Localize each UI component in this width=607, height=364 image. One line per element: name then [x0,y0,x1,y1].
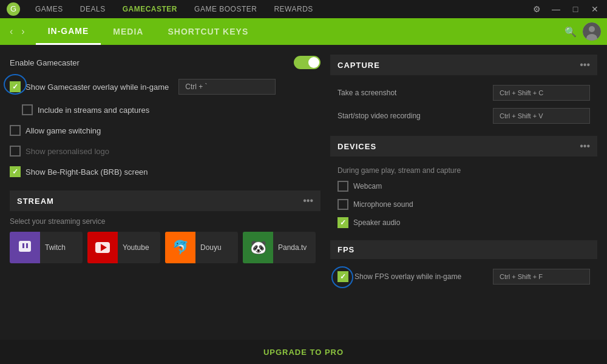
show-brb-label: Show Be-Right-Back (BRB) screen [25,167,148,177]
allow-switching-row: Allow game switching [10,124,320,137]
douyu-label: Douyu [200,243,222,252]
close-icon[interactable]: ✕ [588,2,602,16]
window-controls: ⚙ — □ ✕ [529,2,602,16]
allow-switching-checkbox[interactable] [10,125,21,136]
nav-forward[interactable]: › [18,24,28,39]
twitch-icon [10,232,40,263]
fps-title: FPS [337,245,354,254]
search-icon[interactable]: 🔍 [565,26,577,38]
upgrade-link[interactable]: UPGRADE TO PRO [263,348,344,357]
speaker-row-inner: Speaker audio [337,217,400,228]
main-content: Enable Gamecaster Show Gamecaster overla… [0,45,607,340]
show-logo-row: Show personalised logo [10,144,320,158]
speaker-checkbox[interactable] [337,217,348,228]
nav-back[interactable]: ‹ [6,24,16,39]
tab-media[interactable]: MEDIA [101,18,155,45]
enable-gamecaster-row: Enable Gamecaster [10,55,320,70]
youtube-icon [87,232,118,263]
settings-icon[interactable]: ⚙ [529,2,544,16]
twitch-label: Twitch [45,243,66,252]
tabbar: ‹ › IN-GAME MEDIA SHORTCUT KEYS 🔍 [0,18,607,45]
show-overlay-label: Show Gamecaster overlay while in-game [25,83,169,92]
titlebar-nav: GAMES DEALS GAMECASTER GAME BOOSTER REWA… [27,0,529,18]
video-shortcut[interactable]: Ctrl + Shift + V [493,108,590,124]
stream-services: Twitch Youtube 🐬 [10,232,320,263]
app-logo: G [5,1,22,18]
titlebar: G GAMES DEALS GAMECASTER GAME BOOSTER RE… [0,0,607,18]
minimize-icon[interactable]: — [549,2,563,16]
svg-rect-7 [26,243,28,248]
show-overlay-row: Show Gamecaster overlay while in-game [10,78,320,96]
stream-dots-menu[interactable]: ••• [303,195,313,206]
speaker-row: Speaker audio [330,214,597,232]
service-twitch[interactable]: Twitch [10,232,83,263]
enable-gamecaster-toggle[interactable] [294,56,320,69]
svg-rect-6 [22,243,24,248]
tabbar-right: 🔍 [565,22,601,41]
tab-shortcut-keys[interactable]: SHORTCUT KEYS [155,18,260,45]
fps-header: FPS [330,240,597,259]
douyu-icon: 🐬 [165,232,195,263]
show-logo-checkbox[interactable] [10,146,21,157]
svg-point-3 [589,26,595,32]
fps-overlay-container: Show FPS overlay while in-game Ctrl + Sh… [330,265,597,288]
show-brb-row: Show Be-Right-Back (BRB) screen [10,165,320,178]
fps-overlay-label: Show FPS overlay while in-game [354,272,461,281]
bottom-bar: UPGRADE TO PRO [0,340,607,364]
devices-subtitle: During game play, stream and capture [330,163,597,177]
enable-gamecaster-label: Enable Gamecaster [10,58,80,67]
webcam-row: Webcam [330,177,597,195]
fps-overlay-shortcut[interactable]: Ctrl + Shift + F [493,269,590,285]
microphone-row: Microphone sound [330,195,597,214]
stream-subtitle: Select your streaming service [10,217,320,226]
show-brb-checkbox[interactable] [10,166,21,177]
nav-gamecaster[interactable]: GAMECASTER [114,0,186,18]
webcam-label: Webcam [353,182,382,190]
fps-overlay-checkbox[interactable] [337,271,348,282]
svg-rect-5 [19,241,31,252]
youtube-label: Youtube [123,243,149,252]
nav-gamebooster[interactable]: GAME BOOSTER [186,0,265,18]
video-label: Start/stop video recording [337,112,421,120]
nav-rewards[interactable]: REWARDS [265,0,321,18]
devices-dots-menu[interactable]: ••• [580,141,590,152]
panda-label: Panda.tv [278,243,307,252]
right-panel: CAPTURE ••• Take a screenshot Ctrl + Shi… [330,55,597,330]
avatar[interactable] [583,22,601,41]
devices-section: DEVICES ••• During game play, stream and… [330,136,597,232]
show-overlay-shortcut[interactable] [178,79,276,95]
webcam-row-inner: Webcam [337,181,382,192]
allow-switching-label: Allow game switching [25,126,101,135]
include-streams-checkbox[interactable] [22,104,33,115]
nav-deals[interactable]: DEALS [72,0,114,18]
service-youtube[interactable]: Youtube [87,232,160,263]
nav-games[interactable]: GAMES [27,0,72,18]
stream-section: STREAM ••• Select your streaming service [10,190,320,263]
screenshot-label: Take a screenshot [337,89,396,97]
tab-nav-arrows: ‹ › [6,24,29,39]
video-row: Start/stop video recording Ctrl + Shift … [330,104,597,127]
stream-header: STREAM ••• [10,190,320,211]
show-logo-label: Show personalised logo [25,147,109,156]
left-panel: Enable Gamecaster Show Gamecaster overla… [10,55,320,330]
toggle-knob [308,57,319,68]
show-overlay-checkbox[interactable] [10,81,21,92]
screenshot-row: Take a screenshot Ctrl + Shift + C [330,81,597,104]
tab-in-game[interactable]: IN-GAME [36,18,101,45]
capture-dots-menu[interactable]: ••• [580,59,590,70]
maximize-icon[interactable]: □ [568,2,583,16]
devices-header: DEVICES ••• [330,136,597,157]
screenshot-shortcut[interactable]: Ctrl + Shift + C [493,85,590,101]
panda-icon: 🐼 [243,232,273,263]
service-douyu[interactable]: 🐬 Douyu [165,232,238,263]
fps-section: FPS Show FPS overlay while in-game Ctrl … [330,240,597,288]
capture-header: CAPTURE ••• [330,55,597,75]
microphone-row-inner: Microphone sound [337,199,413,210]
webcam-checkbox[interactable] [337,181,348,192]
service-panda[interactable]: 🐼 Panda.tv [243,232,316,263]
microphone-label: Microphone sound [353,200,413,209]
capture-title: CAPTURE [337,61,380,70]
microphone-checkbox[interactable] [337,199,348,210]
overlay-row-container: Show Gamecaster overlay while in-game [10,78,320,96]
speaker-label: Speaker audio [353,218,400,227]
